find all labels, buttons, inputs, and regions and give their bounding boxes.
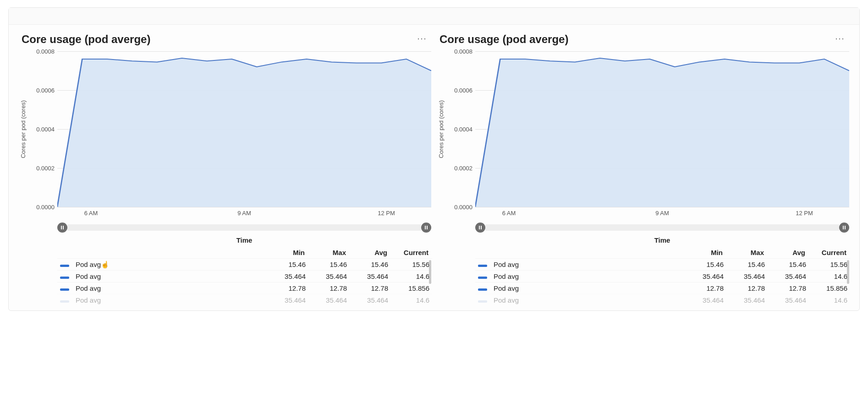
stat-min: 12.78 [264,284,306,292]
svg-rect-7 [845,226,846,229]
col-current: Current [805,249,846,256]
stat-current: 14.6 [806,296,847,304]
time-range-slider[interactable] [475,223,849,233]
stat-current: 14.6 [388,296,429,304]
y-tick: 0.0004 [36,126,55,133]
stat-min: 35.464 [264,272,306,280]
scrollbar-thumb[interactable] [429,260,431,284]
slider-track[interactable] [67,224,421,231]
stat-avg: 35.464 [765,272,806,280]
more-button[interactable]: ⋮ [834,33,846,46]
chart-plot[interactable] [475,51,849,207]
svg-rect-4 [479,226,480,229]
more-button[interactable]: ⋮ [416,33,429,46]
stat-max: 35.464 [306,296,347,304]
y-tick: 0.0000 [36,204,55,211]
stat-min: 35.464 [264,296,306,304]
stat-max: 35.464 [724,296,765,304]
x-tick: 9 AM [655,210,669,217]
y-axis-label: Cores per pod (cores) [437,100,447,158]
stats-row[interactable]: Pod avg 15.46 15.46 15.46 15.56 [475,258,850,270]
slider-handle-right[interactable] [839,223,849,233]
legend-label: Pod avg☝ [76,261,264,268]
slider-handle-left[interactable] [475,223,485,233]
stats-row[interactable]: Pod avg 35.464 35.464 35.464 14.6 [57,270,432,282]
panel-title: Core usage (pod averge) [439,33,568,46]
y-tick: 0.0006 [36,87,55,94]
svg-rect-1 [63,226,64,229]
legend-label: Pod avg [494,261,682,268]
metrics-section: Core usage (pod averge) ⋮ Cores per pod … [8,7,860,311]
stats-scroll[interactable]: Pod avg 15.46 15.46 15.46 15.56 Pod avg … [437,258,850,306]
stat-max: 12.78 [306,284,347,292]
col-min: Min [681,249,723,256]
stat-avg: 15.46 [347,261,388,268]
stat-min: 35.464 [682,296,724,304]
x-tick: 9 AM [237,210,251,217]
cursor-icon: ☝ [101,261,110,269]
scrollbar-thumb[interactable] [847,260,849,284]
stats-row[interactable]: Pod avg 35.464 35.464 35.464 14.6 [475,294,850,306]
legend-swatch [478,300,487,303]
slider-track[interactable] [485,224,839,231]
y-tick: 0.0000 [454,204,472,211]
col-avg: Avg [346,249,387,256]
col-max: Max [723,249,764,256]
slider-handle-right[interactable] [421,223,431,233]
stats-row[interactable]: Pod avg 35.464 35.464 35.464 14.6 [475,270,850,282]
svg-rect-3 [427,226,428,229]
stats-header-row: Min Max Avg Current [475,247,849,258]
stat-max: 15.46 [724,261,765,268]
svg-rect-5 [481,226,482,229]
chart-panel: Core usage (pod averge) ⋮ Cores per pod … [437,31,849,306]
legend-label: Pod avg [76,284,264,292]
legend-label: Pod avg [494,296,682,304]
legend-swatch [478,288,487,291]
time-range-slider[interactable] [57,223,431,233]
stat-max: 15.46 [306,261,347,268]
stat-max: 12.78 [724,284,765,292]
legend-swatch [478,265,487,267]
legend-label: Pod avg [76,296,264,304]
stat-max: 35.464 [306,272,347,280]
stats-header-row: Min Max Avg Current [57,247,431,258]
stats-row[interactable]: Pod avg 12.78 12.78 12.78 15.856 [57,282,432,294]
y-tick: 0.0008 [454,48,472,55]
y-tick: 0.0002 [454,165,472,172]
more-icon: ⋮ [418,34,427,44]
svg-rect-6 [843,226,844,229]
y-tick: 0.0004 [454,126,472,133]
svg-rect-0 [61,226,62,229]
col-avg: Avg [764,249,805,256]
y-tick: 0.0008 [36,48,55,55]
stats-scroll[interactable]: Pod avg☝ 15.46 15.46 15.46 15.56 Pod avg… [19,258,432,306]
x-tick: 12 PM [378,210,395,217]
stat-avg: 35.464 [765,296,806,304]
stat-avg: 35.464 [347,296,388,304]
x-tick: 6 AM [84,210,98,217]
stat-min: 35.464 [682,272,724,280]
col-current: Current [387,249,429,256]
stat-avg: 35.464 [347,272,388,280]
y-tick: 0.0002 [36,165,55,172]
stats-row[interactable]: Pod avg☝ 15.46 15.46 15.46 15.56 [57,258,432,270]
x-tick: 6 AM [502,210,516,217]
panel-title: Core usage (pod averge) [22,33,150,46]
stat-min: 12.78 [682,284,724,292]
legend-label: Pod avg [494,284,682,292]
stat-min: 15.46 [682,261,724,268]
stats-row[interactable]: Pod avg 12.78 12.78 12.78 15.856 [475,282,850,294]
y-axis-label: Cores per pod (cores) [19,100,29,158]
stat-current: 15.56 [806,261,847,268]
svg-rect-2 [425,226,426,229]
more-icon: ⋮ [835,34,845,44]
chart-plot[interactable] [57,51,431,207]
legend-swatch [478,277,487,279]
time-axis-label: Time [475,236,849,244]
col-min: Min [264,249,305,256]
stat-avg: 12.78 [347,284,388,292]
stat-current: 14.6 [806,272,847,280]
stat-avg: 15.46 [765,261,806,268]
stats-row[interactable]: Pod avg 35.464 35.464 35.464 14.6 [57,294,432,306]
slider-handle-left[interactable] [57,223,67,233]
